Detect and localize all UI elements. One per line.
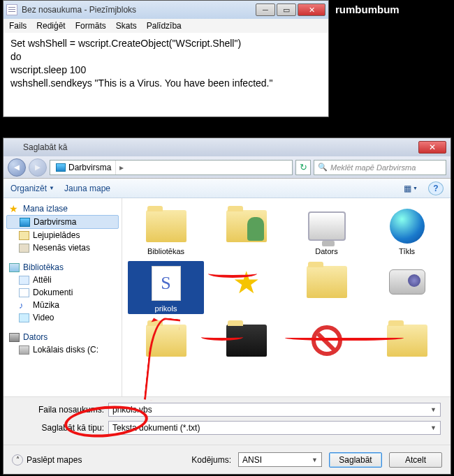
hide-folders-toggle[interactable]: ˄ Paslēpt mapes (12, 454, 82, 466)
encoding-label: Kodējums: (191, 455, 231, 465)
search-input[interactable]: 🔍 Meklēt mapē Darbvirsma (314, 160, 446, 175)
item-prikols[interactable]: prikols (128, 261, 204, 314)
chevron-down-icon[interactable]: ▼ (430, 424, 437, 431)
filename-input[interactable]: prikols.vbs▼ (108, 403, 441, 417)
close-button[interactable]: ✕ (298, 3, 325, 16)
menu-format[interactable]: Formāts (75, 21, 106, 31)
script-file-icon (152, 266, 181, 301)
toolbar: Organizēt ▼ Jauna mape ▦▼ ? (3, 179, 451, 198)
breadcrumb-desktop[interactable]: Darbvirsma (52, 161, 116, 174)
item-label: Dators (315, 247, 337, 255)
item-computer[interactable]: Dators (288, 205, 365, 255)
item-libraries[interactable]: Bibliotēkas (128, 205, 204, 255)
tree-label: Mūzika (33, 300, 59, 310)
desktop-label: rumbumbum (335, 3, 400, 15)
pictures-icon (19, 276, 29, 285)
encoding-value: ANSI (242, 455, 262, 465)
item-folder[interactable] (369, 261, 445, 314)
save-titlebar[interactable]: Saglabāt kā ✕ (3, 138, 451, 156)
tree-downloads[interactable]: Lejupielādes (6, 229, 119, 241)
item-folder[interactable]: ★ (208, 261, 284, 314)
menu-edit[interactable]: Rediģēt (36, 21, 65, 31)
tree-label: Darbvirsma (34, 217, 76, 227)
breadcrumb[interactable]: Darbvirsma ▸ (50, 160, 293, 175)
chevron-down-icon[interactable]: ▼ (430, 406, 437, 413)
new-folder-button[interactable]: Jauna mape (64, 184, 110, 193)
search-placeholder: Meklēt mapē Darbvirsma (330, 163, 416, 172)
chevron-down-icon[interactable]: ▼ (312, 456, 318, 463)
code-line: wshshell.sendkeys "This is a Virus. You … (10, 77, 321, 90)
prohibited-icon (312, 325, 342, 356)
desktop-icon (20, 218, 30, 227)
code-line: wscript.sleep 100 (10, 64, 321, 77)
help-button[interactable]: ? (428, 181, 444, 195)
maximize-button[interactable]: ▭ (277, 3, 296, 16)
save-dialog-icon (8, 142, 19, 153)
menu-file[interactable]: Fails (9, 21, 27, 31)
back-button[interactable]: ◄ (8, 158, 26, 177)
notepad-textarea[interactable]: Set wshShell = wscript.CreateObject("WSc… (3, 33, 328, 117)
cancel-button[interactable]: Atcelt (389, 452, 442, 468)
chevron-right-icon[interactable]: ▸ (116, 163, 127, 172)
tree-label: Video (33, 313, 54, 322)
filename-value: prikols.vbs (112, 405, 152, 415)
item-network[interactable]: Tīkls (369, 205, 445, 255)
tree-recent[interactable]: Nesenās vietas (6, 241, 119, 254)
notepad-titlebar[interactable]: Bez nosaukuma - Piezīmjbloks ─ ▭ ✕ (3, 1, 328, 19)
save-button[interactable]: Saglabāt (329, 452, 382, 468)
item-folder[interactable] (208, 320, 284, 362)
notepad-window: Bez nosaukuma - Piezīmjbloks ─ ▭ ✕ Fails… (3, 0, 329, 117)
chevron-down-icon: ▼ (49, 185, 54, 191)
tree-computer[interactable]: Dators (6, 331, 119, 343)
folder-icon (146, 210, 186, 242)
item-folder[interactable] (369, 320, 445, 362)
refresh-button[interactable]: ↻ (295, 160, 311, 175)
item-folder[interactable] (128, 320, 204, 362)
tree-label: Lejupielādes (33, 230, 80, 240)
menu-view[interactable]: Skats (116, 21, 137, 31)
downloads-icon (19, 231, 29, 240)
dialog-footer: ˄ Paslēpt mapes Kodējums: ANSI▼ Saglabāt… (3, 445, 451, 474)
tree-label: Dators (23, 332, 47, 342)
tree-documents[interactable]: Dokumenti (6, 286, 119, 299)
encoding-select[interactable]: ANSI▼ (238, 452, 322, 467)
minimize-button[interactable]: ─ (256, 3, 275, 16)
save-as-dialog: Saglabāt kā ✕ ◄ ► Darbvirsma ▸ ↻ 🔍 Meklē… (3, 137, 451, 475)
cancel-button-label: Atcelt (405, 455, 426, 465)
breadcrumb-label: Darbvirsma (68, 163, 111, 172)
computer-icon (308, 211, 346, 241)
file-pane[interactable]: Bibliotēkas Dators Tīkls prikols ★ (122, 198, 451, 397)
filetype-select[interactable]: Teksta dokumenti (*.txt)▼ (108, 421, 441, 435)
item-user[interactable] (208, 205, 284, 255)
tree-drive-c[interactable]: Lokālais disks (C: (6, 343, 119, 356)
tree-desktop[interactable]: Darbvirsma (6, 215, 119, 229)
item-folder[interactable] (288, 261, 365, 314)
close-button[interactable]: ✕ (418, 141, 446, 154)
filename-panel: Faila nosaukums: prikols.vbs▼ Saglabāt k… (3, 396, 451, 445)
new-folder-label: Jauna mape (64, 184, 110, 193)
tree-libraries[interactable]: Bibliotēkas (6, 261, 119, 274)
code-line: do (10, 50, 321, 64)
documents-icon (19, 288, 29, 297)
tree-label: Attēli (33, 275, 52, 285)
forward-button[interactable]: ► (29, 158, 47, 177)
view-button[interactable]: ▦▼ (403, 181, 418, 195)
recent-icon (19, 244, 29, 253)
folder-icon (226, 325, 267, 357)
notepad-menubar: Fails Rediģēt Formāts Skats Palīdzība (3, 19, 328, 33)
tree-label: Lokālais disks (C: (33, 345, 98, 355)
tree-pictures[interactable]: Attēli (6, 274, 119, 286)
save-title: Saglabāt kā (23, 142, 418, 152)
tree-favorites[interactable]: ★Mana izlase (6, 202, 119, 215)
notepad-icon (6, 4, 17, 15)
svg-rect-0 (8, 142, 19, 153)
menu-help[interactable]: Palīdzība (147, 21, 182, 31)
hide-folders-label: Paslēpt mapes (27, 455, 82, 465)
item-folder[interactable] (288, 320, 365, 362)
tree-music[interactable]: ♪Mūzika (6, 299, 119, 311)
computer-icon (9, 333, 20, 342)
tree-video[interactable]: Video (6, 311, 119, 324)
camera-icon (389, 269, 425, 295)
organize-button[interactable]: Organizēt ▼ (10, 184, 54, 193)
item-label: Bibliotēkas (147, 247, 184, 255)
